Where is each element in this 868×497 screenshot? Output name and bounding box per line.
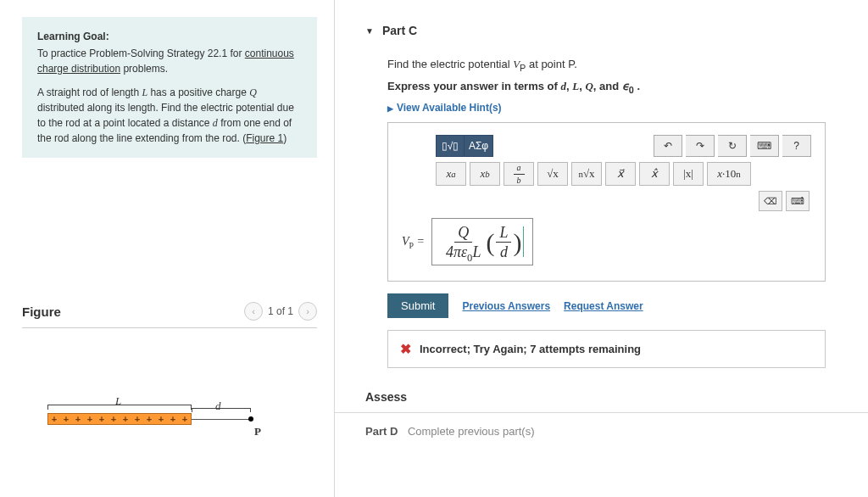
answer-input[interactable]: Q 4πε0L ( L d ) bbox=[431, 218, 533, 265]
figure-diagram: L ++++++++++++ d P bbox=[47, 396, 268, 447]
sym-sqrt[interactable]: √x bbox=[537, 162, 568, 186]
reset-button[interactable]: ↻ bbox=[718, 135, 747, 157]
chevron-right-icon: ▶ bbox=[387, 104, 393, 113]
part-c-header[interactable]: ▼ Part C bbox=[335, 0, 868, 46]
learning-goal-label: Learning Goal: bbox=[37, 29, 302, 44]
backspace-button[interactable]: ⌫ bbox=[759, 191, 782, 211]
sym-hat[interactable]: x̂ bbox=[639, 162, 670, 186]
part-title: Part C bbox=[382, 24, 417, 37]
point-P bbox=[248, 416, 253, 422]
problem-statement: A straight rod of length L has a positiv… bbox=[37, 85, 302, 146]
goal-text-a: To practice Problem-Solving Strategy 22.… bbox=[37, 47, 245, 59]
keyboard-toggle-button[interactable]: ⌨̂ bbox=[786, 191, 810, 211]
view-hints-toggle[interactable]: ▶View Available Hint(s) bbox=[387, 102, 826, 114]
answer-num1: Q bbox=[454, 225, 472, 243]
answer-num2: L bbox=[496, 225, 511, 243]
answer-den2: d bbox=[497, 243, 511, 260]
part-d-text: Complete previous part(s) bbox=[408, 425, 535, 438]
sym-fraction[interactable]: ab bbox=[504, 162, 534, 186]
incorrect-icon: ✖ bbox=[400, 341, 411, 357]
help-button[interactable]: ? bbox=[782, 135, 811, 157]
learning-goal-box: Learning Goal: To practice Problem-Solvi… bbox=[22, 17, 317, 158]
figure-title: Figure bbox=[22, 304, 61, 319]
sym-scinot[interactable]: x·10n bbox=[707, 162, 751, 186]
label-P: P bbox=[254, 425, 261, 438]
answer-lhs: VP = bbox=[402, 235, 425, 248]
feedback-text: Incorrect; Try Again; 7 attempts remaini… bbox=[420, 343, 641, 355]
previous-answers-link[interactable]: Previous Answers bbox=[462, 300, 550, 312]
sym-vector[interactable]: x⃗ bbox=[605, 162, 636, 186]
sym-nroot[interactable]: n√x bbox=[571, 162, 602, 186]
templates-button[interactable]: ▯√▯ bbox=[436, 135, 465, 157]
figure-link[interactable]: Figure 1 bbox=[246, 132, 283, 144]
sym-subscript[interactable]: xb bbox=[470, 162, 500, 186]
greek-button[interactable]: ΑΣφ bbox=[465, 135, 493, 157]
express-instruction: Express your answer in terms of d, L, Q,… bbox=[387, 80, 826, 93]
goal-text-b: problems. bbox=[120, 63, 168, 75]
undo-button[interactable]: ↶ bbox=[654, 135, 682, 157]
sym-superscript[interactable]: xa bbox=[436, 162, 466, 186]
figure-next-button[interactable]: › bbox=[298, 302, 317, 321]
figure-page-indicator: 1 of 1 bbox=[268, 305, 293, 317]
assess-heading: Assess bbox=[365, 390, 868, 404]
keyboard-button[interactable]: ⌨ bbox=[750, 135, 779, 157]
label-d: d bbox=[215, 399, 221, 413]
figure-prev-button[interactable]: ‹ bbox=[244, 302, 263, 321]
answer-box: ▯√▯ ΑΣφ ↶ ↷ ↻ ⌨ ? xa xb ab √x n√x x⃗ bbox=[387, 122, 826, 282]
rod: ++++++++++++ bbox=[47, 413, 192, 425]
part-d-row: Part D Complete previous part(s) bbox=[335, 412, 868, 438]
prompt: Find the electric potential VP at point … bbox=[387, 58, 826, 71]
label-L: L bbox=[115, 394, 121, 408]
answer-den1: 4πε0L bbox=[442, 243, 484, 260]
sym-abs[interactable]: |x| bbox=[673, 162, 704, 186]
collapse-icon: ▼ bbox=[365, 26, 374, 36]
part-d-label: Part D bbox=[365, 425, 398, 438]
redo-button[interactable]: ↷ bbox=[686, 135, 715, 157]
request-answer-link[interactable]: Request Answer bbox=[564, 300, 643, 312]
submit-button[interactable]: Submit bbox=[387, 293, 448, 318]
feedback-box: ✖ Incorrect; Try Again; 7 attempts remai… bbox=[387, 330, 826, 368]
